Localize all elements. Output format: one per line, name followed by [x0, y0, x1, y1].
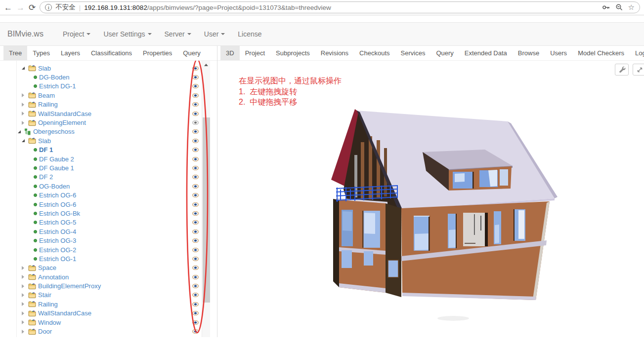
visibility-toggle[interactable] [191, 209, 199, 218]
collapse-arrow-icon[interactable] [18, 129, 24, 135]
expand-arrow-icon[interactable] [22, 283, 28, 289]
key-icon[interactable] [602, 3, 610, 11]
fullscreen-button[interactable] [633, 64, 644, 76]
visibility-toggle[interactable] [191, 173, 199, 182]
tree-row[interactable]: DF Gaube 2 [0, 154, 190, 163]
tree-item-label[interactable]: Stair [38, 291, 51, 299]
tab-3d[interactable]: 3D [220, 46, 240, 60]
tab-classifications[interactable]: Classifications [86, 46, 137, 60]
tab-checkouts[interactable]: Checkouts [354, 46, 395, 60]
expand-arrow-icon[interactable] [22, 111, 28, 116]
visibility-toggle[interactable] [191, 227, 199, 236]
tree-row[interactable]: WallStandardCase [0, 309, 190, 318]
visibility-toggle[interactable] [191, 291, 199, 300]
nav-item-server[interactable]: Server [158, 23, 198, 45]
tree-item-label[interactable]: DF 1 [39, 146, 53, 153]
visibility-toggle[interactable] [191, 82, 199, 91]
tree-row[interactable]: DF 1 [0, 146, 190, 154]
tree-item-label[interactable]: DF Gaube 2 [39, 155, 74, 163]
nav-item-user-settings[interactable]: User Settings [97, 23, 158, 45]
tree-row[interactable]: Obergeschoss [0, 127, 190, 136]
nav-item-license[interactable]: License [231, 23, 268, 45]
tree-row[interactable]: OpeningElement [0, 118, 190, 127]
tree-item-label[interactable]: OpeningElement [38, 119, 86, 126]
tree-item-label[interactable]: Estrich OG-5 [39, 219, 76, 226]
tree-row[interactable]: Estrich OG-4 [0, 227, 190, 236]
tree-row[interactable]: Estrich OG-1 [0, 254, 190, 263]
visibility-toggle[interactable] [191, 281, 199, 290]
tree-row[interactable]: Stair [0, 291, 190, 300]
tree-row[interactable]: Railing [0, 300, 190, 308]
visibility-toggle[interactable] [191, 272, 199, 281]
tree-item-label[interactable]: Estrich OG-6 [39, 201, 76, 208]
zoom-out-icon[interactable] [615, 3, 623, 11]
visibility-toggle[interactable] [191, 309, 199, 318]
visibility-toggle[interactable] [191, 191, 199, 199]
brand-logo[interactable]: BIMvie.ws [7, 30, 43, 38]
visibility-toggle[interactable] [191, 327, 199, 336]
nav-item-user[interactable]: User [198, 23, 232, 45]
visibility-toggle[interactable] [191, 127, 199, 136]
visibility-toggle[interactable] [191, 254, 199, 263]
tab-tree[interactable]: Tree [3, 46, 27, 60]
scrollbar-thumb[interactable] [203, 117, 210, 303]
info-icon[interactable]: i [45, 4, 52, 11]
tree-item-label[interactable]: WallStandardCase [38, 309, 91, 317]
scrollbar-up-button[interactable] [202, 61, 210, 69]
tree-row[interactable]: Estrich OG-3 [0, 236, 190, 245]
refresh-icon[interactable]: ⟳ [29, 3, 36, 12]
tab-services[interactable]: Services [395, 46, 431, 60]
visibility-toggle[interactable] [191, 154, 199, 163]
visibility-toggle[interactable] [191, 118, 199, 127]
expand-arrow-icon[interactable] [22, 120, 28, 126]
collapse-arrow-icon[interactable] [22, 138, 28, 144]
visibility-toggle[interactable] [191, 64, 199, 73]
tree-row[interactable]: WallStandardCase [0, 109, 190, 118]
expand-arrow-icon[interactable] [22, 329, 28, 335]
tree-item-label[interactable]: Railing [38, 301, 58, 308]
tab-project[interactable]: Project [240, 46, 270, 60]
tab-query[interactable]: Query [177, 46, 206, 60]
tree-row[interactable]: Annotation [0, 272, 190, 281]
visibility-toggle[interactable] [191, 73, 199, 81]
visibility-toggle[interactable] [191, 236, 199, 245]
tree-row[interactable]: BuildingElementProxy [0, 281, 190, 290]
tree-row[interactable]: Estrich OG-6 [0, 191, 190, 199]
address-bar[interactable]: i 不安全 | 192.168.19.131:8082/apps/bimview… [40, 1, 640, 13]
tree-row[interactable]: Estrich OG-5 [0, 218, 190, 227]
nav-item-project[interactable]: Project [56, 23, 97, 45]
collapse-arrow-icon[interactable] [22, 65, 28, 71]
tree-item-label[interactable]: Slab [38, 137, 51, 145]
tab-types[interactable]: Types [27, 46, 55, 60]
tab-extended-data[interactable]: Extended Data [459, 46, 513, 60]
expand-arrow-icon[interactable] [22, 310, 28, 316]
tab-log[interactable]: Log [630, 46, 644, 60]
expand-arrow-icon[interactable] [22, 292, 28, 298]
forward-arrow-icon[interactable]: → [16, 3, 25, 12]
viewer-settings-button[interactable] [615, 64, 629, 76]
tab-browse[interactable]: Browse [513, 46, 545, 60]
expand-arrow-icon[interactable] [22, 301, 28, 307]
tree-row[interactable]: Estrich DG-1 [0, 82, 190, 91]
tree-row[interactable]: Railing [0, 100, 190, 109]
tree-item-label[interactable]: BuildingElementProxy [38, 282, 101, 290]
tree-row[interactable]: Slab [0, 136, 190, 145]
tree-item-label[interactable]: Estrich OG-3 [39, 237, 76, 244]
tab-model-checkers[interactable]: Model Checkers [572, 46, 630, 60]
visibility-toggle[interactable] [191, 200, 199, 209]
tree-item-label[interactable]: OG-Boden [39, 183, 70, 190]
tree-row[interactable]: Slab [0, 64, 190, 73]
tree-item-label[interactable]: Railing [38, 101, 58, 108]
tab-properties[interactable]: Properties [137, 46, 177, 60]
tree-row[interactable]: OG-Boden [0, 182, 190, 191]
tab-layers[interactable]: Layers [55, 46, 86, 60]
visibility-toggle[interactable] [191, 218, 199, 227]
tree-item-label[interactable]: Estrich OG-2 [39, 246, 76, 254]
expand-arrow-icon[interactable] [22, 274, 28, 280]
tab-users[interactable]: Users [545, 46, 572, 60]
visibility-toggle[interactable] [191, 136, 199, 145]
url-text[interactable]: 192.168.19.131:8082/apps/bimviews/?page=… [84, 4, 598, 11]
back-arrow-icon[interactable]: ← [4, 3, 12, 12]
tree-row[interactable]: Estrich OG-2 [0, 245, 190, 254]
tree-row[interactable]: Beam [0, 91, 190, 100]
